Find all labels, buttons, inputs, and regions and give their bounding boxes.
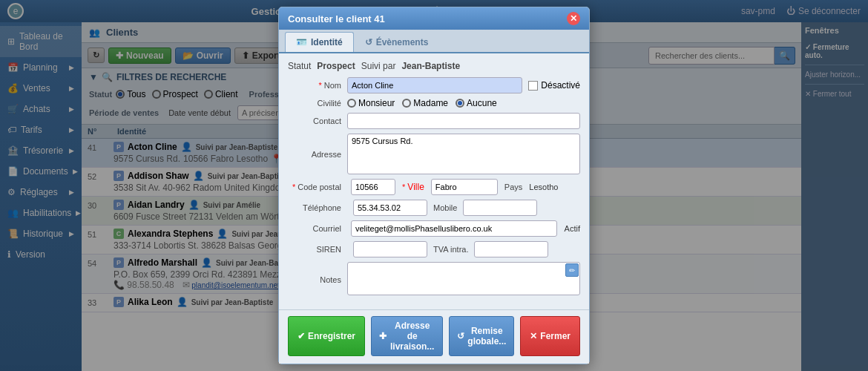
mobile-label: Mobile xyxy=(433,203,457,212)
postal-row: Code postal * Ville Pays Lesotho xyxy=(288,179,580,195)
notes-area: ✏ xyxy=(347,262,580,298)
tel-row: Téléphone Mobile xyxy=(288,200,580,216)
siren-input[interactable] xyxy=(353,241,427,257)
pays-label: Pays xyxy=(502,183,525,191)
adresse-row: Adresse 9575 Cursus Rd. xyxy=(288,134,580,174)
notes-row: Notes ✏ xyxy=(288,262,580,298)
contact-input[interactable] xyxy=(347,113,580,129)
courriel-input[interactable] xyxy=(351,220,557,237)
identite-tab-label: Identité xyxy=(311,37,343,47)
monsieur-label: Monsieur xyxy=(358,98,395,108)
save-icon: ✔ xyxy=(297,331,305,341)
civilite-row: Civilité Monsieur Madame Aucune xyxy=(288,98,580,108)
email-row: Courriel Actif xyxy=(288,220,580,237)
modal-footer: ✔ Enregistrer ✚ Adresse de livraison... … xyxy=(279,309,589,364)
courriel-label: Courriel xyxy=(288,224,347,233)
statut-value: Prospect xyxy=(317,61,355,71)
evenements-tab-icon: ↺ xyxy=(365,37,372,47)
contact-row: Contact xyxy=(288,113,580,129)
aucune-radio[interactable] xyxy=(456,99,464,108)
mobile-input[interactable] xyxy=(463,200,537,216)
modal-title: Consulter le client 41 xyxy=(288,13,385,24)
suivi-par-value: Jean-Baptiste xyxy=(401,61,460,71)
modal-close-button[interactable]: ✕ xyxy=(567,12,580,25)
notes-label: Notes xyxy=(288,275,347,284)
adresse-input[interactable]: 9575 Cursus Rd. xyxy=(347,134,580,174)
nom-label: Nom xyxy=(288,81,347,90)
tab-identite[interactable]: 🪪 Identité xyxy=(285,32,354,52)
delivery-icon: ✚ xyxy=(379,331,387,341)
desactive-checkbox-group: Désactivé xyxy=(528,80,580,91)
aucune-label: Aucune xyxy=(467,98,497,108)
ville-star: * Ville xyxy=(399,182,427,192)
suivi-par-label: Suivi par xyxy=(361,61,396,71)
modal: Consulter le client 41 ✕ 🪪 Identité ↺ Év… xyxy=(278,7,590,364)
madame-radio[interactable] xyxy=(402,99,411,108)
ville-input[interactable] xyxy=(431,179,498,195)
postal-input[interactable] xyxy=(351,179,395,195)
actif-label: Actif xyxy=(565,224,580,233)
monsieur-radio[interactable] xyxy=(347,99,356,108)
tel-label: Téléphone xyxy=(288,203,347,212)
contact-label: Contact xyxy=(288,116,347,125)
civilite-label: Civilité xyxy=(288,99,347,108)
enregistrer-button[interactable]: ✔ Enregistrer xyxy=(288,316,365,356)
civility-madame[interactable]: Madame xyxy=(402,98,448,108)
fermer-icon: ✕ xyxy=(530,331,537,341)
evenements-tab-label: Évènements xyxy=(376,37,429,47)
postal-label: Code postal xyxy=(288,183,347,191)
tva-input[interactable] xyxy=(474,241,548,257)
tel-input[interactable] xyxy=(353,200,427,216)
modal-overlay: Consulter le client 41 ✕ 🪪 Identité ↺ Év… xyxy=(0,0,868,371)
civility-radios: Monsieur Madame Aucune xyxy=(347,98,497,108)
statut-label: Statut xyxy=(288,61,311,71)
desactive-label: Désactivé xyxy=(541,80,580,91)
siren-row: SIREN TVA intra. xyxy=(288,241,580,257)
madame-label: Madame xyxy=(413,98,448,108)
remise-icon: ↺ xyxy=(457,331,464,341)
tva-label: TVA intra. xyxy=(433,245,468,254)
notes-edit-button[interactable]: ✏ xyxy=(565,263,579,277)
modal-tabs: 🪪 Identité ↺ Évènements xyxy=(279,30,589,53)
nom-row: Nom Désactivé xyxy=(288,77,580,93)
fermer-button[interactable]: ✕ Fermer xyxy=(520,316,580,356)
adresse-label: Adresse xyxy=(288,150,347,159)
civility-aucune[interactable]: Aucune xyxy=(456,98,497,108)
siren-label: SIREN xyxy=(288,245,347,254)
identite-tab-icon: 🪪 xyxy=(296,37,307,47)
civility-monsieur[interactable]: Monsieur xyxy=(347,98,395,108)
livraison-button[interactable]: ✚ Adresse de livraison... xyxy=(371,316,443,356)
desactive-checkbox[interactable] xyxy=(528,81,538,91)
tab-evenements[interactable]: ↺ Évènements xyxy=(354,32,440,52)
modal-header: Consulter le client 41 ✕ xyxy=(279,7,589,30)
nom-input[interactable] xyxy=(347,77,522,93)
status-line: Statut Prospect Suivi par Jean-Baptiste xyxy=(288,61,580,71)
modal-body: Statut Prospect Suivi par Jean-Baptiste … xyxy=(279,53,589,309)
notes-input[interactable] xyxy=(347,262,580,295)
pays-value: Lesotho xyxy=(529,183,558,191)
remise-button[interactable]: ↺ Remise globale... xyxy=(449,316,514,356)
